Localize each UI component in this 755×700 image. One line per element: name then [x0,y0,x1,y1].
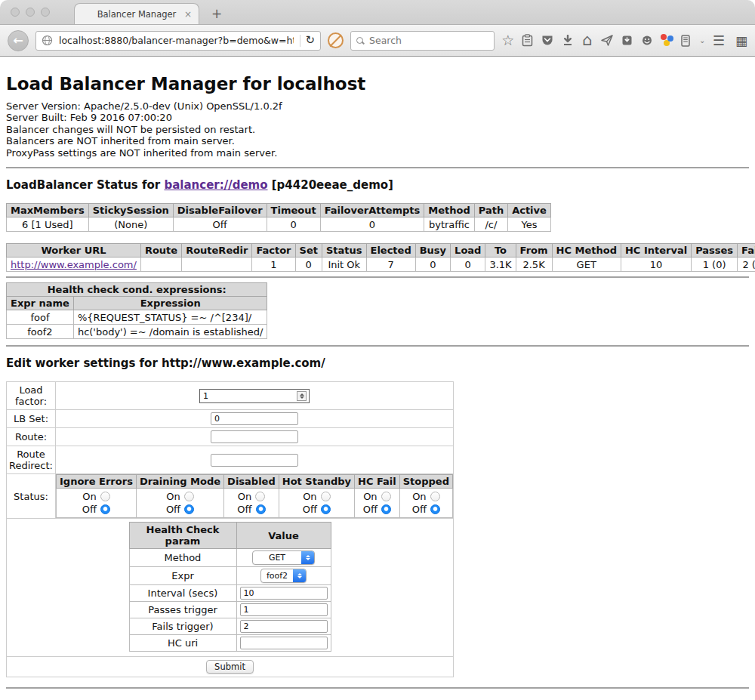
window-close-button[interactable] [11,8,20,17]
hc-row-fails: Fails trigger) [129,618,331,635]
fails-cell [236,618,331,635]
hot-standby-off-radio[interactable] [321,504,331,514]
hot-standby-on-radio[interactable] [321,492,331,501]
table-header-row: Expr name Expression [7,297,267,310]
save-page-icon[interactable] [621,33,633,48]
url-input[interactable] [57,34,295,47]
home-icon[interactable]: ⌂ [581,33,593,48]
colors-extension-icon[interactable] [660,34,672,47]
draining-mode-radios: On Off [136,489,223,518]
col-busy: Busy [415,244,450,257]
col-set: Set [295,244,322,257]
submit-cell: Submit [7,657,454,677]
stopped-off-radio[interactable] [430,504,440,514]
cell-expression: %{REQUEST_STATUS} =~ /^[234]/ [73,310,267,325]
balancer-demo-link[interactable]: balancer://demo [164,178,267,192]
lb-set-label: LB Set: [7,410,56,428]
col-factor: Factor [252,244,295,257]
col-status: Status [322,244,366,257]
status-table: Ignore Errors Draining Mode Disabled Hot… [56,474,453,518]
col-hc-param: Health Check param [129,523,236,549]
on-label: On [238,490,251,503]
stopped-on-radio[interactable] [430,492,440,501]
window-zoom-button[interactable] [41,8,50,17]
tab-title: Balancer Manager [97,9,177,20]
navigation-toolbar: ← ↻ ☆ ⌂ [0,25,755,57]
ignore-errors-off-radio[interactable] [100,504,110,514]
pocket-icon[interactable] [541,33,554,48]
worker-url-link[interactable]: http://www.example.com/ [11,259,137,270]
form-row-submit: Submit [7,657,454,677]
hc-fail-off-radio[interactable] [381,504,391,514]
col-hc-interval: HC Interval [621,244,691,257]
back-button[interactable]: ← [8,30,29,51]
cell-set: 0 [295,257,322,272]
fails-input[interactable] [240,620,328,633]
route-cell [56,428,454,446]
col-to: To [485,244,516,257]
tab-close-icon[interactable]: × [184,9,192,20]
hcuri-label: HC uri [129,635,236,652]
search-bar[interactable] [350,31,495,51]
cell-hc-interval: 10 [621,257,691,272]
col-failoverattempts: FailoverAttempts [320,204,424,217]
content-blocker-icon[interactable] [328,32,344,48]
draining-mode-off-radio[interactable] [184,504,194,514]
clipboard-icon[interactable] [521,33,534,48]
hc-row-passes: Passes trigger [129,602,331,618]
reload-icon[interactable]: ↻ [305,35,315,46]
proxypass-notice-line: ProxyPass settings are NOT inherited fro… [6,147,749,159]
disabled-on-radio[interactable] [255,492,265,501]
cell-expr-name: foof [7,310,74,325]
col-draining-mode: Draining Mode [136,475,223,489]
menu-icon[interactable]: ☰ [713,32,725,48]
interval-input[interactable] [240,587,328,600]
route-redirect-input[interactable] [211,454,298,467]
hc-fail-on-radio[interactable] [381,492,391,501]
feedback-smiley-icon[interactable] [640,33,653,48]
hc-expressions-table: Health check cond. expressions: Expr nam… [6,282,267,339]
downloads-icon[interactable] [561,33,574,48]
divider [6,276,749,278]
submit-button[interactable]: Submit [206,660,254,674]
col-stopped: Stopped [399,475,452,489]
tab-bar: Balancer Manager × + [0,0,755,25]
col-disablefailover: DisableFailover [173,204,267,217]
bookmark-star-icon[interactable]: ☆ [501,33,514,48]
disabled-off-radio[interactable] [256,504,266,514]
lb-set-input[interactable] [211,412,298,425]
cell-passes: 1 (0) [692,257,738,272]
send-tab-icon[interactable] [600,33,613,48]
col-expression: Expression [73,297,267,310]
hc-expressions-title: Health check cond. expressions: [7,283,267,297]
window-minimize-button[interactable] [26,8,35,17]
new-tab-button[interactable]: + [211,8,222,20]
search-input[interactable] [368,34,488,47]
hc-expr-select[interactable]: foof2 [260,569,307,583]
col-fails: Fails [738,244,755,257]
stopped-radios: On Off [399,489,452,518]
urlbar-divider [300,35,300,47]
load-factor-input[interactable] [202,390,297,402]
cell-path: /c/ [474,217,507,232]
ignore-errors-radios: On Off [57,489,137,518]
tab-balancer-manager[interactable]: Balancer Manager × [74,3,199,24]
hcuri-input[interactable] [240,637,328,649]
hc-method-select[interactable]: GET [252,550,315,565]
sidebar-panel-icon[interactable] [680,33,692,48]
number-spinner-icon[interactable] [297,391,307,401]
passes-input[interactable] [240,603,328,616]
route-input[interactable] [211,430,298,443]
form-row-status: Status: Ignore Errors Draining Mode Disa… [7,474,454,519]
chevron-down-icon[interactable]: ⌄ [699,36,706,45]
ignore-errors-on-radio[interactable] [100,492,110,501]
on-label: On [363,490,377,503]
on-label: On [412,490,426,503]
server-built-line: Server Built: Feb 9 2016 07:00:20 [6,112,749,123]
grid-panel-icon[interactable]: ▦ [735,33,747,48]
col-routeredir: RouteRedir [182,244,252,257]
draining-mode-on-radio[interactable] [184,492,194,501]
col-timeout: Timeout [267,204,320,217]
url-bar[interactable]: ↻ [35,31,321,51]
off-label: Off [237,503,251,516]
